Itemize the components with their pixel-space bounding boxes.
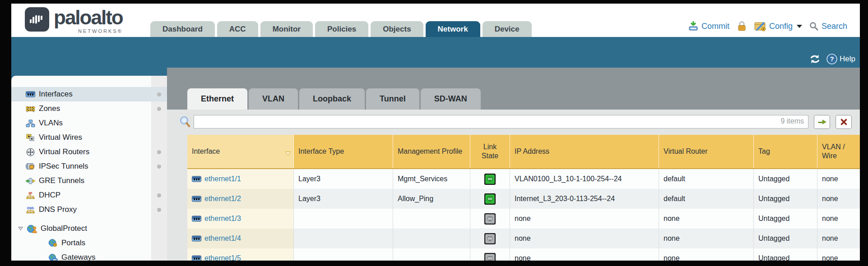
commit-button[interactable]: Commit (688, 21, 729, 32)
sidebar-item-gre-tunnels[interactable]: GRE Tunnels (11, 174, 167, 188)
cell-tag: Untagged (754, 189, 817, 209)
cell-link (470, 229, 510, 248)
interface-link[interactable]: ethernet1/5 (204, 254, 241, 261)
sidebar-item-zones[interactable]: Zones (11, 101, 167, 116)
tab-acc[interactable]: ACC (217, 21, 258, 37)
sidebar-item-dot (157, 150, 161, 154)
green-arrow-icon (818, 119, 826, 125)
interface-link[interactable]: ethernet1/4 (204, 234, 241, 243)
commit-icon (688, 21, 699, 32)
column-header-ip-address[interactable]: IP Address (510, 135, 659, 168)
table-row-ethernet1-5[interactable]: ethernet1/5nonenoneUntaggednone (187, 248, 860, 261)
table-row-ethernet1-2[interactable]: ethernet1/2Layer3Allow_PingInternet_L3_2… (187, 189, 860, 209)
interface-link[interactable]: ethernet1/1 (204, 175, 241, 183)
sidebar-item-label: VLANs (39, 119, 63, 128)
table-row-ethernet1-3[interactable]: ethernet1/3nonenoneUntaggednone (187, 209, 860, 229)
sidebar-item-globalprotect[interactable]: GlobalProtect (11, 221, 167, 236)
tab-objects[interactable]: Objects (371, 21, 423, 37)
sidebar-item-virtual-routers[interactable]: Virtual Routers (11, 145, 167, 159)
column-header-virtual-router[interactable]: Virtual Router (659, 135, 754, 168)
subtab-loopback[interactable]: Loopback (299, 88, 365, 110)
cell-vlan: none (817, 189, 860, 209)
apply-filter-button[interactable] (814, 115, 830, 129)
cell-mgmt (393, 229, 470, 248)
cell-tag: Untagged (754, 169, 817, 189)
ipsec-tunnels-icon (25, 163, 36, 170)
sidebar-item-label: Virtual Routers (39, 147, 89, 156)
cell-tag: Untagged (754, 229, 817, 248)
interface-link[interactable]: ethernet1/2 (204, 195, 241, 203)
help-button[interactable]: ? Help (826, 54, 855, 64)
red-x-icon (840, 118, 848, 126)
sidebar-dot-zone (151, 236, 167, 250)
config-menu-button[interactable]: Config (754, 21, 802, 32)
link-state-down-icon (484, 213, 496, 225)
expander-icon[interactable] (18, 226, 23, 231)
column-header-label: Interface Type (298, 147, 344, 156)
cell-vr: default (659, 169, 754, 189)
link-state-up-icon (484, 173, 496, 185)
sidebar-item-interfaces[interactable]: Interfaces (11, 87, 167, 101)
zones-icon (25, 105, 36, 112)
globalprotect-icon (27, 225, 37, 233)
cell-type (294, 248, 393, 261)
search-button[interactable]: Search (809, 22, 847, 31)
secondary-bar: ? Help (11, 37, 860, 68)
brand-subtitle: NETWORKS® (78, 28, 123, 34)
column-header-interface-type[interactable]: Interface Type (294, 135, 393, 168)
tab-dashboard[interactable]: Dashboard (150, 21, 215, 37)
sidebar-item-dot (157, 165, 161, 169)
column-header-label: Virtual Router (664, 147, 708, 156)
sidebar-item-label: Zones (39, 104, 60, 113)
sidebar-item-portals[interactable]: Portals (11, 236, 167, 250)
column-header-tag[interactable]: Tag (754, 135, 817, 168)
gateways-icon (47, 254, 58, 261)
column-header-interface[interactable]: Interface (187, 135, 294, 168)
cell-type: Layer3 (294, 189, 393, 209)
sidebar-item-dns-proxy[interactable]: DNSDNS Proxy (11, 202, 167, 217)
tab-device[interactable]: Device (483, 21, 532, 37)
app-window: paloalto NETWORKS® DashboardACCMonitorPo… (11, 4, 860, 261)
sidebar-dot-zone (151, 174, 167, 188)
top-header: paloalto NETWORKS® DashboardACCMonitorPo… (11, 4, 860, 37)
paloalto-logo-icon (25, 7, 49, 32)
sidebar-item-virtual-wires[interactable]: Virtual Wires (11, 130, 167, 145)
sidebar-item-dhcp[interactable]: IPDHCP (11, 188, 167, 202)
subtab-sd-wan[interactable]: SD-WAN (421, 88, 481, 110)
sidebar-item-gateways[interactable]: Gateways (11, 250, 167, 261)
subtab-ethernet[interactable]: Ethernet (187, 88, 247, 110)
cell-link (470, 209, 510, 229)
interface-link[interactable]: ethernet1/3 (204, 215, 241, 223)
cell-mgmt (393, 209, 470, 229)
cell-interface: ethernet1/4 (187, 229, 294, 248)
tab-policies[interactable]: Policies (315, 21, 368, 37)
table-row-ethernet1-1[interactable]: ethernet1/1Layer3Mgmt_ServicesVLAN0100_L… (187, 169, 860, 189)
sort-dropdown-icon[interactable] (285, 149, 291, 158)
sidebar-item-ipsec-tunnels[interactable]: IPSec Tunnels (11, 159, 167, 174)
sidebar-item-vlans[interactable]: VLANs (11, 116, 167, 130)
refresh-icon[interactable] (809, 54, 821, 64)
column-header-management-profile[interactable]: Management Profile (393, 135, 470, 168)
cell-tag: Untagged (754, 248, 817, 261)
tab-monitor[interactable]: Monitor (260, 21, 313, 37)
virtual-routers-icon (25, 148, 36, 156)
column-header-vlan-wire[interactable]: VLAN / Wire (817, 135, 860, 168)
cell-vr: default (659, 189, 754, 209)
caret-down-icon (797, 25, 802, 28)
help-label: Help (840, 55, 855, 64)
subtab-vlan[interactable]: VLAN (249, 88, 298, 110)
subtab-tunnel[interactable]: Tunnel (366, 88, 419, 110)
lock-icon[interactable] (737, 21, 747, 32)
sidebar-dot-zone (151, 87, 167, 101)
column-header-link-state[interactable]: Link State (470, 135, 510, 168)
sidebar-item-label: GlobalProtect (41, 224, 87, 233)
column-header-label: VLAN / Wire (822, 142, 855, 161)
table-row-ethernet1-4[interactable]: ethernet1/4nonenoneUntaggednone (187, 229, 860, 248)
filter-input[interactable] (194, 115, 808, 128)
interface-icon (192, 255, 201, 261)
column-header-label: Management Profile (398, 147, 462, 156)
tab-network[interactable]: Network (426, 21, 480, 37)
link-state-up-icon (484, 193, 496, 205)
clear-filter-button[interactable] (836, 115, 852, 129)
sidebar-item-label: Virtual Wires (39, 133, 82, 142)
